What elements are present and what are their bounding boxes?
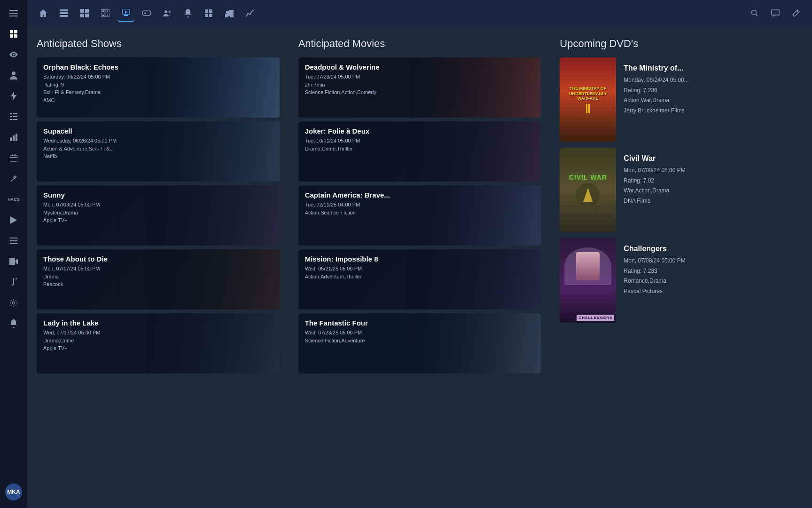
sidebar-settings-icon[interactable] — [4, 294, 23, 312]
show-info-lady: Lady in the Lake Wed, 07/17/24 05:00 PM … — [37, 313, 280, 373]
movie-info-captain: Captain America: Brave... Tue, 02/11/25 … — [298, 185, 541, 246]
svg-point-7 — [12, 71, 16, 75]
show-info-supacell: Supacell Wednesday, 06/26/24 05:00 PM Ac… — [37, 121, 280, 182]
sidebar-list-icon[interactable] — [4, 107, 23, 126]
svg-rect-28 — [60, 15, 68, 17]
sidebar-menu-icon[interactable] — [4, 4, 23, 23]
show-genres: Mystery,Drama — [43, 209, 273, 217]
show-card-sunny[interactable]: Sunny Mon, 07/08/24 05:00 PM Mystery,Dra… — [37, 185, 280, 246]
movie-card-mission-impossible[interactable]: Mission: Impossible 8 Wed, 05/21/25 05:0… — [298, 249, 541, 310]
message-button[interactable] — [767, 5, 784, 22]
svg-rect-22 — [10, 240, 17, 241]
svg-rect-6 — [14, 34, 17, 38]
nav-grid-icon[interactable] — [200, 5, 217, 22]
search-button[interactable] — [746, 5, 763, 22]
sidebar-play-icon[interactable] — [4, 211, 23, 230]
svg-rect-2 — [9, 16, 18, 16]
svg-rect-23 — [10, 243, 17, 244]
movie-date: Wed, 07/23/25 05:00 PM — [305, 329, 535, 337]
sidebar-list2-icon[interactable] — [4, 231, 23, 250]
show-rating: Rating: 9 — [43, 81, 273, 89]
svg-rect-13 — [13, 119, 17, 120]
svg-point-43 — [169, 11, 171, 13]
sidebar-lightning-icon[interactable] — [4, 87, 23, 105]
movie-info-mission: Mission: Impossible 8 Wed, 05/21/25 05:0… — [298, 249, 541, 310]
sidebar-hook-icon[interactable] — [4, 273, 23, 292]
upcoming-dvds-title: Upcoming DVD's — [560, 38, 803, 50]
show-title: Orphan Black: Echoes — [43, 63, 273, 71]
movie-card-captain-america[interactable]: Captain America: Brave... Tue, 02/11/25 … — [298, 185, 541, 246]
nav-puzzle-icon[interactable] — [221, 5, 238, 22]
show-card-those-about-to-die[interactable]: Those About to Die Mon, 07/17/24 05:00 P… — [37, 249, 280, 310]
svg-rect-37 — [107, 15, 108, 16]
svg-rect-40 — [124, 15, 128, 16]
dvd-card-challengers[interactable]: CHALLENGERS Challengers Mon, 07/08/24 05… — [560, 238, 803, 323]
nav-streaming-icon[interactable] — [117, 5, 134, 22]
movie-title: Deadpool & Wolverine — [305, 63, 535, 71]
sidebar-hacs-icon[interactable]: HACS — [4, 190, 23, 209]
dvd-card-ministry[interactable]: THE MINISTRY OF UNGENTLEMANLY WARFARE Th… — [560, 57, 803, 142]
nav-bell-icon[interactable] — [180, 5, 196, 22]
dvd-rating: Rating: 7.02 — [624, 176, 795, 186]
movie-card-fantastic-four[interactable]: The Fantastic Four Wed, 07/23/25 05:00 P… — [298, 313, 541, 373]
movie-card-joker[interactable]: Joker: Folie à Deux Tue, 10/01/24 05:00 … — [298, 121, 541, 182]
movie-date: Tue, 07/23/24 05:00 PM — [305, 73, 535, 81]
svg-rect-14 — [10, 137, 12, 141]
sidebar-bell-icon[interactable] — [4, 314, 23, 333]
show-card-orphan-black[interactable]: Orphan Black: Echoes Saturday, 06/22/24 … — [37, 57, 280, 118]
show-network: Netflix — [43, 152, 273, 160]
sidebar-dashboard-icon[interactable] — [4, 24, 23, 43]
svg-rect-20 — [10, 157, 17, 158]
nav-guide-icon[interactable] — [55, 5, 72, 22]
movie-genres: Action,Science Fiction — [305, 209, 535, 217]
nav-users-icon[interactable] — [159, 5, 176, 22]
dvd-info-challengers: Challengers Mon, 07/08/24 05:00 PM Ratin… — [616, 238, 803, 303]
nav-chart-icon[interactable] — [242, 5, 258, 22]
dvd-genres: War,Action,Drama — [624, 186, 795, 196]
show-date: Mon, 07/08/24 05:00 PM — [43, 201, 273, 209]
dvd-title: The Ministry of... — [624, 64, 795, 72]
sidebar-calendar-icon[interactable] — [4, 149, 23, 167]
svg-rect-45 — [209, 9, 212, 13]
movie-genres: Science Fiction,Adventure — [305, 337, 535, 345]
sidebar-eye-icon[interactable] — [4, 45, 23, 64]
dvd-poster-challengers: CHALLENGERS — [560, 238, 616, 323]
dvd-studio: Pascal Pictures — [624, 286, 795, 297]
movie-date: Tue, 02/11/25 04:00 PM — [305, 201, 535, 209]
show-info-those: Those About to Die Mon, 07/17/24 05:00 P… — [37, 249, 280, 310]
dvd-title: Civil War — [624, 154, 795, 163]
anticipated-movies-column: Anticipated Movies Deadpool & Wolverine … — [289, 26, 551, 508]
nav-film-icon[interactable] — [97, 5, 114, 22]
movie-title: Joker: Folie à Deux — [305, 127, 535, 135]
movie-info-fantastic: The Fantastic Four Wed, 07/23/25 05:00 P… — [298, 313, 541, 373]
show-card-supacell[interactable]: Supacell Wednesday, 06/26/24 05:00 PM Ac… — [37, 121, 280, 182]
show-genres: Drama,Crime — [43, 337, 273, 345]
sidebar-wrench-icon[interactable] — [4, 169, 23, 188]
show-title: Sunny — [43, 191, 273, 199]
movie-card-deadpool[interactable]: Deadpool & Wolverine Tue, 07/23/24 05:00… — [298, 57, 541, 118]
show-card-lady-lake[interactable]: Lady in the Lake Wed, 07/17/24 05:00 PM … — [37, 313, 280, 373]
svg-rect-36 — [102, 15, 104, 16]
edit-button[interactable] — [788, 5, 804, 22]
nav-home-icon[interactable] — [35, 5, 52, 22]
svg-rect-30 — [85, 9, 89, 13]
svg-rect-15 — [13, 135, 15, 141]
sidebar-video-icon[interactable] — [4, 252, 23, 271]
dvd-date: Monday, 06/24/24 05:00... — [624, 75, 795, 86]
svg-rect-10 — [10, 116, 12, 117]
show-date: Wed, 07/17/24 05:00 PM — [43, 329, 273, 337]
show-title: Lady in the Lake — [43, 319, 273, 327]
show-genres: Drama — [43, 273, 273, 281]
svg-rect-8 — [10, 113, 12, 114]
sidebar-person-icon[interactable] — [4, 66, 23, 85]
sidebar-chart-icon[interactable] — [4, 128, 23, 147]
svg-rect-12 — [10, 119, 12, 120]
svg-rect-21 — [10, 238, 17, 238]
show-info-sunny: Sunny Mon, 07/08/24 05:00 PM Mystery,Dra… — [37, 185, 280, 246]
dvd-card-civil-war[interactable]: CIVIL WAR Civil War Mon, 07/08/24 05:00 … — [560, 148, 803, 232]
sidebar-avatar[interactable]: MKA — [5, 484, 22, 500]
nav-gamepad-icon[interactable] — [138, 5, 155, 22]
movie-title: Captain America: Brave... — [305, 191, 535, 199]
nav-windows-icon[interactable] — [76, 5, 93, 22]
dvd-studio: DNA Films — [624, 196, 795, 206]
